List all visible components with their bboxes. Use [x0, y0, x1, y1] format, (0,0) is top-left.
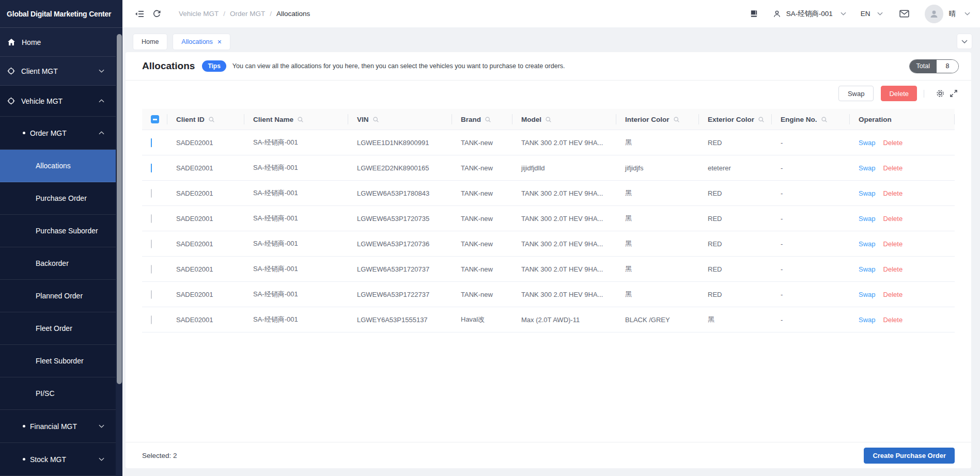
sidebar-item-purchase-order[interactable]: Purchase Order	[0, 182, 116, 215]
sidebar-item-purchase-suborder[interactable]: Purchase Suborder	[0, 215, 116, 247]
tab-list-chevron-button[interactable]	[957, 34, 972, 49]
sidebar-scrollbar[interactable]	[116, 0, 122, 476]
sidebar-item-vehicle-mgt[interactable]: Vehicle MGT	[0, 86, 116, 117]
row-checkbox[interactable]	[151, 214, 152, 223]
sidebar-item-client-mgt[interactable]: Client MGT	[0, 57, 116, 86]
user-menu[interactable]: 晴	[925, 5, 971, 23]
create-purchase-order-button[interactable]: Create Purchase Order	[864, 448, 955, 464]
collapse-sidebar-button[interactable]	[135, 10, 144, 18]
swap-button[interactable]: Swap	[838, 86, 874, 101]
row-swap-link[interactable]: Swap	[859, 139, 876, 147]
dealer-selector[interactable]: SA-经销商-001	[773, 9, 846, 19]
row-swap-link[interactable]: Swap	[859, 215, 876, 223]
cell-operation: SwapDelete	[850, 130, 955, 155]
cell-vin: LGWEW6A53P1722737	[348, 282, 452, 307]
row-delete-link[interactable]: Delete	[883, 189, 903, 197]
search-icon[interactable]	[208, 116, 215, 123]
cell-engine-no: -	[772, 257, 850, 282]
row-checkbox[interactable]	[151, 315, 152, 324]
tab-home[interactable]: Home	[133, 34, 167, 50]
row-swap-link[interactable]: Swap	[859, 240, 876, 248]
search-icon[interactable]	[821, 116, 828, 123]
row-checkbox[interactable]	[151, 265, 152, 274]
row-swap-link[interactable]: Swap	[859, 164, 876, 172]
row-swap-link[interactable]: Swap	[859, 189, 876, 197]
chevron-down-icon	[99, 457, 104, 461]
column-settings-button[interactable]	[936, 89, 945, 98]
search-icon[interactable]	[372, 116, 379, 123]
row-swap-link[interactable]: Swap	[859, 316, 876, 324]
sidebar-item-financial-mgt[interactable]: Financial MGT	[0, 410, 116, 443]
sidebar-item-label: Home	[22, 38, 41, 46]
cell-model: TANK 300 2.0T HEV 9HA...	[512, 181, 616, 206]
sidebar-item-home[interactable]: Home	[0, 28, 116, 57]
cell-model: TANK 300 2.0T HEV 9HA...	[512, 257, 616, 282]
sidebar-item-stock-mgt[interactable]: Stock MGT	[0, 443, 116, 476]
row-checkbox[interactable]	[151, 138, 152, 147]
bullet-icon	[23, 132, 25, 134]
cell-brand: TANK-new	[452, 155, 512, 181]
cell-brand: TANK-new	[452, 206, 512, 231]
top-navbar: Vehicle MGT/Order MGT/Allocations SA-经销商…	[122, 0, 980, 27]
row-delete-link[interactable]: Delete	[883, 316, 903, 324]
sidebar-item-label: Fleet Order	[36, 324, 72, 332]
column-label: Exterior Color	[708, 116, 754, 123]
column-header-exterior-color: Exterior Color	[699, 109, 772, 130]
sidebar-item-planned-order[interactable]: Planned Order	[0, 280, 116, 312]
breadcrumb-item-order-mgt[interactable]: Order MGT	[230, 10, 265, 18]
breadcrumb-item-vehicle-mgt[interactable]: Vehicle MGT	[179, 10, 219, 18]
sidebar-item-label: Backorder	[36, 259, 69, 267]
cell-client-name: SA-经销商-001	[244, 181, 348, 206]
cell-model: TANK 300 2.0T HEV 9HA...	[512, 231, 616, 257]
row-swap-link[interactable]: Swap	[859, 265, 876, 273]
handbook-button[interactable]	[750, 9, 758, 18]
sidebar-scrollbar-thumb[interactable]	[117, 34, 122, 384]
cell-client-id: SADE02001	[167, 155, 244, 181]
cell-model: jijidfjdlld	[512, 155, 616, 181]
sidebar-item-fleet-suborder[interactable]: Fleet Suborder	[0, 345, 116, 377]
row-delete-link[interactable]: Delete	[883, 164, 903, 172]
search-icon[interactable]	[758, 116, 765, 123]
select-all-checkbox[interactable]	[151, 115, 159, 123]
sidebar-item-pi-sc[interactable]: PI/SC	[0, 377, 116, 410]
sidebar-item-label: Fleet Suborder	[36, 357, 84, 365]
column-label: Brand	[461, 116, 481, 123]
cell-model: TANK 300 2.0T HEV 9HA...	[512, 206, 616, 231]
refresh-button[interactable]	[152, 9, 161, 18]
cell-interior-color: 黑	[616, 231, 699, 257]
row-swap-link[interactable]: Swap	[859, 291, 876, 298]
panel-header: Allocations Tips You can view all the al…	[126, 52, 971, 81]
row-checkbox[interactable]	[151, 189, 152, 198]
row-delete-link[interactable]: Delete	[883, 291, 903, 298]
row-delete-link[interactable]: Delete	[883, 215, 903, 223]
search-icon[interactable]	[673, 116, 680, 123]
language-selector[interactable]: EN	[861, 10, 883, 18]
sidebar-item-fleet-order[interactable]: Fleet Order	[0, 312, 116, 345]
row-checkbox[interactable]	[151, 164, 152, 172]
target-icon	[7, 97, 15, 105]
dealer-name: SA-经销商-001	[786, 9, 833, 19]
search-icon[interactable]	[485, 116, 491, 123]
row-delete-link[interactable]: Delete	[883, 265, 903, 273]
row-select-cell	[142, 307, 167, 332]
cell-exterior-color: RED	[699, 130, 772, 155]
row-checkbox[interactable]	[151, 240, 152, 248]
search-icon[interactable]	[545, 116, 552, 123]
fold-icon	[135, 10, 144, 18]
close-icon[interactable]: ×	[217, 38, 222, 45]
sidebar-item-order-mgt[interactable]: Order MGT	[0, 117, 116, 150]
chevron-down-icon	[99, 69, 104, 73]
cell-model: TANK 300 2.0T HEV 9HA...	[512, 282, 616, 307]
sidebar-item-allocations[interactable]: Allocations	[0, 150, 116, 182]
search-icon[interactable]	[297, 116, 304, 123]
tab-allocations[interactable]: Allocations ×	[173, 34, 230, 50]
cell-interior-color: 黑	[616, 130, 699, 155]
row-delete-link[interactable]: Delete	[883, 240, 903, 248]
fullscreen-button[interactable]	[950, 89, 958, 98]
delete-button[interactable]: Delete	[881, 86, 917, 101]
row-delete-link[interactable]: Delete	[883, 139, 903, 147]
sidebar-menu: HomeClient MGTVehicle MGTOrder MGTAlloca…	[0, 28, 122, 476]
sidebar-item-backorder[interactable]: Backorder	[0, 247, 116, 280]
messages-button[interactable]	[899, 10, 909, 18]
row-checkbox[interactable]	[151, 290, 152, 299]
